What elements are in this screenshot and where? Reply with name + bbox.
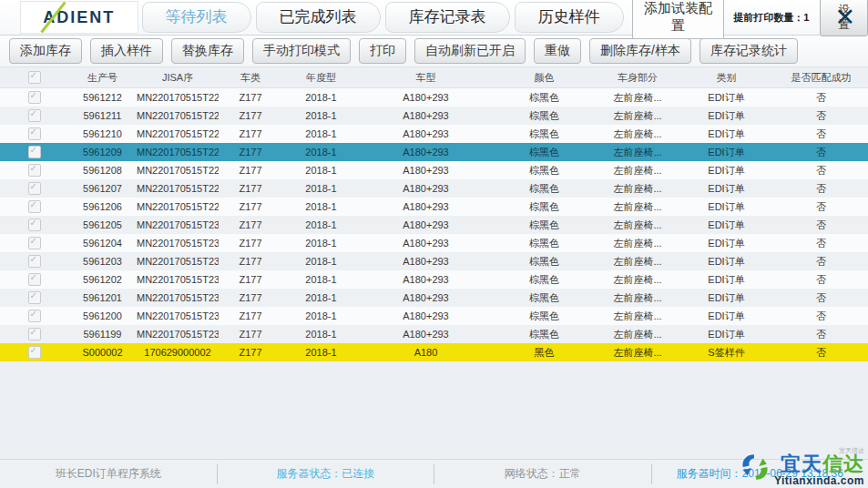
yitianxinda-watermark: 宜天信达 宜天信达 Yitianxinda.com	[739, 447, 864, 486]
cell-model-year: 2018-1	[282, 183, 360, 194]
table-row[interactable]: 5961210 MN220170515T225 Z177 2018-1 A180…	[0, 125, 868, 143]
table-row[interactable]: 5961204 MN220170515T231 Z177 2018-1 A180…	[0, 234, 868, 252]
table-row[interactable]: S000002 170629000002 Z177 2018-1 A180 黑色…	[0, 343, 868, 361]
adient-logo: ADIENT	[20, 1, 138, 34]
cell-vehicle-model: A180+293	[360, 110, 492, 121]
row-checkbox[interactable]	[28, 164, 41, 177]
cell-checkbox	[0, 127, 68, 140]
manual-print-mode-button[interactable]: 手动打印模式	[252, 38, 351, 64]
cell-color: 棕黑色	[492, 328, 597, 341]
tab-completed-list[interactable]: 已完成列表	[256, 2, 381, 33]
table-row[interactable]: 5961202 MN220170515T233 Z177 2018-1 A180…	[0, 270, 868, 289]
cell-jisa-no: MN220170515T234	[137, 292, 219, 303]
row-checkbox[interactable]	[28, 182, 41, 195]
cell-jisa-no: MN220170515T236	[137, 329, 219, 340]
cell-production-no: 5961204	[68, 238, 137, 249]
row-checkbox[interactable]	[28, 346, 41, 359]
add-trial-config-button[interactable]: 添加试装配置	[632, 0, 725, 39]
table-row[interactable]: 5961206 MN220170515T229 Z177 2018-1 A180…	[0, 198, 868, 216]
cell-category: EDI订单	[679, 200, 774, 214]
cell-category: S签样件	[679, 346, 774, 360]
cell-model-year: 2018-1	[282, 201, 360, 212]
cell-category: EDI订单	[679, 146, 774, 159]
table-row[interactable]: 5961200 MN220170515T235 Z177 2018-1 A180…	[0, 307, 868, 325]
delete-inventory-sample-button[interactable]: 删除库存/样本	[589, 38, 691, 64]
close-icon[interactable]: ✕	[834, 2, 855, 33]
col-vehicle-class: 车类	[219, 71, 282, 85]
cell-jisa-no: MN220170515T224	[137, 110, 219, 121]
cell-production-no: 5961209	[68, 147, 137, 158]
cell-vehicle-class: Z177	[219, 165, 282, 176]
row-checkbox[interactable]	[28, 200, 41, 213]
cell-jisa-no: MN220170515T232	[137, 256, 219, 267]
cell-match-status: 否	[774, 109, 868, 123]
redo-button[interactable]: 重做	[534, 38, 581, 64]
auto-refresh-toggle-button[interactable]: 自动刷新已开启	[414, 38, 526, 64]
replace-inventory-button[interactable]: 替换库存	[171, 38, 244, 64]
cell-vehicle-class: Z177	[219, 329, 282, 340]
cell-vehicle-model: A180+293	[360, 147, 492, 158]
cell-body-part: 左前座椅...	[597, 146, 679, 159]
tab-inventory-record[interactable]: 库存记录表	[385, 2, 510, 33]
cell-match-status: 否	[774, 182, 868, 196]
select-all-column	[0, 71, 68, 84]
cell-color: 棕黑色	[492, 255, 597, 269]
cell-production-no: 5961206	[68, 201, 137, 212]
cell-model-year: 2018-1	[282, 238, 360, 249]
cell-production-no: 5961201	[68, 292, 137, 303]
cell-vehicle-class: Z177	[219, 292, 282, 303]
cell-jisa-no: MN220170515T235	[137, 310, 219, 321]
print-button[interactable]: 打印	[359, 38, 406, 64]
cell-jisa-no: MN220170515T226	[137, 147, 219, 158]
cell-vehicle-model: A180+293	[360, 238, 492, 249]
cell-color: 棕黑色	[492, 109, 597, 123]
cell-jisa-no: MN220170515T230	[137, 219, 219, 230]
row-checkbox[interactable]	[28, 273, 41, 286]
tab-waiting-list[interactable]: 等待列表	[142, 2, 251, 33]
add-inventory-button[interactable]: 添加库存	[9, 38, 82, 64]
cell-color: 棕黑色	[492, 310, 597, 323]
cell-body-part: 左前座椅...	[597, 310, 679, 323]
cell-production-no: 5961207	[68, 183, 137, 194]
row-checkbox[interactable]	[28, 310, 41, 322]
row-checkbox[interactable]	[28, 127, 41, 140]
table-row[interactable]: 5961208 MN220170515T227 Z177 2018-1 A180…	[0, 161, 868, 179]
cell-checkbox	[0, 328, 68, 341]
insert-sample-button[interactable]: 插入样件	[90, 38, 163, 64]
table-row[interactable]: 5961203 MN220170515T232 Z177 2018-1 A180…	[0, 252, 868, 270]
row-checkbox[interactable]	[28, 146, 41, 158]
tab-history-samples[interactable]: 历史样件	[515, 2, 624, 33]
col-jisa-no: JISA序	[137, 71, 219, 85]
cell-production-no: 5961211	[68, 110, 137, 121]
row-checkbox[interactable]	[28, 109, 41, 122]
cell-jisa-no: MN220170515T228	[137, 183, 219, 194]
row-checkbox[interactable]	[28, 219, 41, 231]
cell-body-part: 左前座椅...	[597, 127, 679, 141]
cell-checkbox	[0, 182, 68, 195]
table-row[interactable]: 5961207 MN220170515T228 Z177 2018-1 A180…	[0, 179, 868, 198]
row-checkbox[interactable]	[28, 237, 41, 249]
cell-color: 棕黑色	[492, 291, 597, 305]
cell-checkbox	[0, 255, 68, 268]
table-row[interactable]: 5961209 MN220170515T226 Z177 2018-1 A180…	[0, 143, 868, 161]
table-row[interactable]: 5961199 MN220170515T236 Z177 2018-1 A180…	[0, 325, 868, 343]
cell-production-no: 5961199	[68, 329, 137, 340]
select-all-checkbox[interactable]	[28, 71, 41, 84]
cell-body-part: 左前座椅...	[597, 237, 679, 250]
table-row[interactable]: 5961201 MN220170515T234 Z177 2018-1 A180…	[0, 289, 868, 307]
table-row[interactable]: 5961212 MN220170515T223 Z177 2018-1 A180…	[0, 88, 868, 107]
cell-model-year: 2018-1	[282, 329, 360, 340]
cell-production-no: 5961212	[68, 92, 137, 103]
row-checkbox[interactable]	[28, 91, 41, 104]
table-row[interactable]: 5961211 MN220170515T224 Z177 2018-1 A180…	[0, 107, 868, 125]
table-row[interactable]: 5961205 MN220170515T230 Z177 2018-1 A180…	[0, 216, 868, 234]
col-color: 颜色	[492, 71, 597, 85]
row-checkbox[interactable]	[28, 255, 41, 268]
row-checkbox[interactable]	[28, 328, 41, 341]
cell-checkbox	[0, 273, 68, 286]
cell-production-no: 5961208	[68, 165, 137, 176]
cell-checkbox	[0, 310, 68, 322]
inventory-record-stats-button[interactable]: 库存记录统计	[700, 38, 798, 64]
cell-vehicle-model: A180+293	[360, 310, 492, 321]
row-checkbox[interactable]	[28, 291, 41, 304]
